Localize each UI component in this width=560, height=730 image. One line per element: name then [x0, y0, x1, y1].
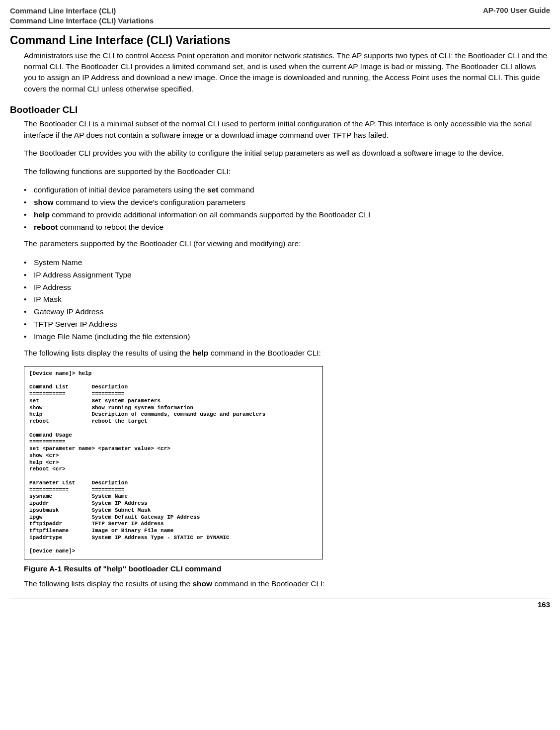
parameter-list: System Name IP Address Assignment Type I… — [10, 257, 550, 343]
bootloader-p5: The following lists display the results … — [24, 348, 550, 359]
list-item: Image File Name (including the file exte… — [24, 331, 550, 343]
header-left-line1: Command Line Interface (CLI) — [10, 6, 154, 16]
list-item: show command to view the device's config… — [24, 196, 550, 209]
list-item: TFTP Server IP Address — [24, 318, 550, 331]
header-left-line2: Command Line Interface (CLI) Variations — [10, 16, 154, 26]
list-item: IP Mask — [24, 293, 550, 306]
bootloader-heading: Bootloader CLI — [10, 104, 550, 115]
list-item: IP Address — [24, 281, 550, 294]
bootloader-p2: The Bootloader CLI provides you with the… — [24, 148, 550, 159]
footer-rule — [10, 599, 550, 599]
list-item: IP Address Assignment Type — [24, 269, 550, 281]
list-item: help command to provide additional infor… — [24, 209, 550, 221]
section-heading: Command Line Interface (CLI) Variations — [10, 34, 550, 47]
bootloader-p3: The following functions are supported by… — [24, 166, 550, 177]
bootloader-p4: The parameters supported by the Bootload… — [24, 238, 550, 249]
section-intro: Administrators use the CLI to control Ac… — [24, 50, 550, 95]
header-right: AP-700 User Guide — [483, 6, 550, 26]
list-item: configuration of initial device paramete… — [24, 184, 550, 196]
page-header: Command Line Interface (CLI) Command Lin… — [10, 6, 550, 26]
cli-output-box: [Device name]> help Command List Descrip… — [24, 366, 323, 559]
header-rule — [10, 28, 550, 29]
header-left: Command Line Interface (CLI) Command Lin… — [10, 6, 154, 26]
figure-caption: Figure A-1 Results of "help" bootloader … — [24, 564, 550, 573]
list-item: Gateway IP Address — [24, 306, 550, 318]
bootloader-p6: The following lists display the results … — [24, 578, 550, 589]
page-number: 163 — [10, 600, 550, 609]
list-item: System Name — [24, 257, 550, 269]
function-list: configuration of initial device paramete… — [10, 184, 550, 233]
list-item: reboot command to reboot the device — [24, 221, 550, 234]
bootloader-p1: The Bootloader CLI is a minimal subset o… — [24, 118, 550, 141]
